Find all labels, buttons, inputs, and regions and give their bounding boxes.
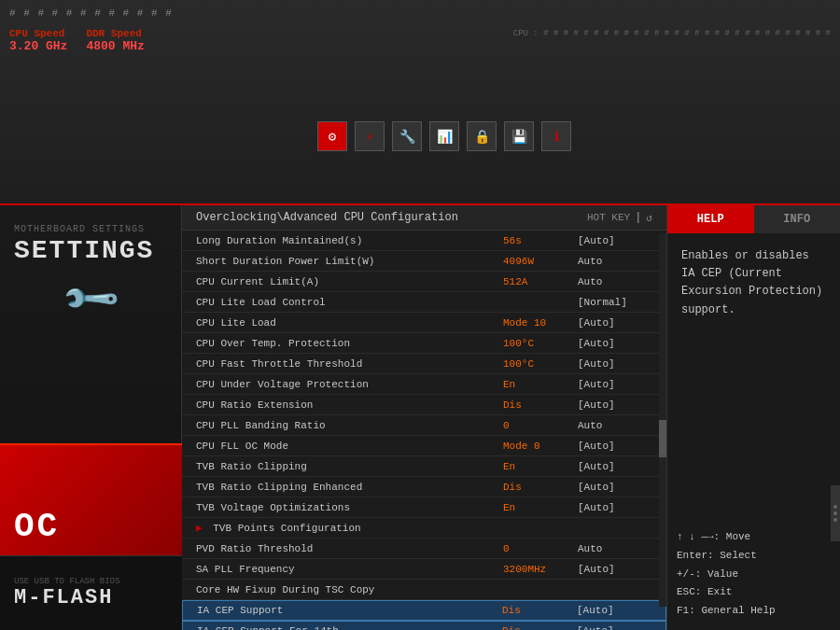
top-icon-2[interactable]: ⚡ — [355, 121, 385, 151]
setting-value-4: Mode 10 — [503, 317, 578, 329]
table-row[interactable]: TVB Voltage OptimizationsEn[Auto] — [182, 497, 666, 518]
nav-help: ↑ ↓ —→: Move Enter: Select +/-: Value ES… — [677, 528, 831, 621]
settings-table: Long Duration Maintained(s)56s[Auto]Shor… — [182, 231, 666, 630]
top-icon-5[interactable]: 🔒 — [467, 121, 497, 151]
setting-option-13: [Auto] — [578, 502, 652, 513]
breadcrumb: Overclocking\Advanced CPU Configuration — [196, 211, 458, 224]
setting-option-18: [Auto] — [577, 605, 651, 616]
setting-name-9: CPU PLL Banding Ratio — [196, 420, 503, 431]
setting-value-11: En — [503, 461, 578, 472]
top-icon-1[interactable]: ⚙ — [317, 121, 347, 151]
setting-option-1: Auto — [578, 256, 652, 267]
setting-name-17: Core HW Fixup During TSC Copy — [196, 584, 503, 595]
table-row[interactable]: CPU Under Voltage ProtectionEn[Auto] — [182, 374, 666, 395]
top-right-info: CPU : # # # # # # # # # # # # # # # # # … — [513, 28, 831, 41]
help-content: Enables or disables IA CEP (Current Excu… — [667, 233, 840, 333]
setting-option-19: [Auto] — [577, 625, 651, 630]
setting-name-11: TVB Ratio Clipping — [196, 461, 503, 472]
setting-name-10: CPU FLL OC Mode — [196, 441, 503, 452]
nav-move-key: ↑ ↓ —→: Move — [677, 528, 750, 547]
setting-option-12: [Auto] — [578, 482, 652, 493]
setting-value-15: 0 — [503, 543, 578, 554]
mflash-label: Use USB to flash BIOS — [14, 577, 168, 586]
table-row[interactable]: TVB Ratio ClippingEn[Auto] — [182, 456, 666, 477]
top-icon-6[interactable]: 💾 — [504, 121, 534, 151]
setting-name-19: IA CEP Support For 14th — [197, 625, 502, 630]
setting-value-5: 100°C — [503, 338, 578, 349]
top-icon-7[interactable]: ℹ — [541, 121, 571, 151]
setting-name-13: TVB Voltage Optimizations — [196, 502, 503, 513]
main-content: Overclocking\Advanced CPU Configuration … — [182, 205, 667, 630]
setting-value-2: 512A — [503, 276, 578, 287]
nav-help-value: +/-: Value — [677, 566, 831, 584]
top-icon-4[interactable]: 📊 — [429, 121, 459, 151]
scroll-thumb — [659, 420, 666, 457]
table-row[interactable]: CPU Lite Load Control[Normal] — [182, 292, 666, 313]
table-row[interactable]: SA PLL Frequency3200MHz[Auto] — [182, 559, 666, 580]
table-row[interactable]: Core HW Fixup During TSC Copy — [182, 580, 666, 600]
tab-dot-3 — [833, 518, 837, 522]
nav-help-f1: F1: General Help — [677, 602, 831, 621]
table-row[interactable]: CPU Ratio ExtensionDis[Auto] — [182, 395, 666, 415]
table-row[interactable]: CPU FLL OC ModeMode 0[Auto] — [182, 436, 666, 456]
setting-option-5: [Auto] — [578, 338, 652, 349]
sidebar-oc-title: OC — [14, 508, 60, 546]
wrench-icon: 🔧 — [58, 266, 123, 331]
setting-option-3: [Normal] — [578, 297, 652, 308]
table-row[interactable]: CPU Over Temp. Protection100°C[Auto] — [182, 333, 666, 354]
hotkey-area: HOT KEY | ↺ — [587, 211, 652, 224]
table-row[interactable]: PVD Ratio Threshold0Auto — [182, 539, 666, 559]
setting-name-4: CPU Lite Load — [196, 317, 503, 329]
table-row[interactable]: IA CEP SupportDis[Auto] — [182, 600, 666, 621]
sidebar-oc-section[interactable]: OC — [0, 443, 182, 555]
setting-value-0: 56s — [503, 235, 578, 246]
setting-name-15: PVD Ratio Threshold — [196, 543, 503, 554]
tab-info[interactable]: INFO — [754, 205, 841, 233]
tab-dot-2 — [833, 511, 837, 515]
tab-dot-1 — [833, 505, 837, 509]
top-icon-3[interactable]: 🔧 — [392, 121, 422, 151]
setting-option-15: Auto — [578, 543, 652, 554]
table-row[interactable]: CPU Lite LoadMode 10[Auto] — [182, 313, 666, 333]
setting-name-6: CPU Fast Throttle Threshold — [196, 358, 503, 370]
right-panel: HELP INFO Enables or disables IA CEP (Cu… — [667, 205, 840, 630]
nav-f1-key: F1: General Help — [677, 602, 776, 621]
table-row[interactable]: IA CEP Support For 14thDis[Auto] — [182, 621, 666, 630]
setting-value-10: Mode 0 — [503, 441, 578, 452]
setting-option-6: [Auto] — [578, 358, 652, 370]
nav-value-key: +/-: Value — [677, 566, 738, 584]
right-panel-tabs: HELP INFO — [667, 205, 840, 233]
setting-value-12: Dis — [503, 482, 578, 493]
setting-name-8: CPU Ratio Extension — [196, 399, 503, 411]
setting-option-8: [Auto] — [578, 399, 652, 411]
arrow-indicator: ▶ — [196, 523, 208, 534]
table-row[interactable]: CPU Fast Throttle Threshold100°C[Auto] — [182, 354, 666, 374]
cpu-speed-label: CPU Speed — [9, 28, 67, 39]
setting-value-1: 4096W — [503, 256, 578, 267]
setting-name-0: Long Duration Maintained(s) — [196, 235, 503, 246]
setting-value-19: Dis — [502, 625, 577, 630]
setting-value-7: En — [503, 379, 578, 390]
setting-value-8: Dis — [503, 399, 578, 411]
top-bar-title: # # # # # # # # # # # # — [9, 7, 173, 19]
table-row[interactable]: Short Duration Power Limit(W)4096WAuto — [182, 251, 666, 272]
sidebar-wrench-area: 🔧 — [9, 261, 173, 336]
setting-option-11: [Auto] — [578, 461, 652, 472]
ddr-speed-value: 4800 MHz — [86, 39, 144, 53]
setting-value-18: Dis — [502, 605, 577, 616]
table-row[interactable]: ▶ TVB Points Configuration — [182, 518, 666, 539]
mflash-title: M-FLASH — [14, 586, 168, 609]
table-row[interactable]: CPU PLL Banding Ratio0Auto — [182, 415, 666, 436]
scroll-track[interactable] — [659, 233, 666, 607]
hotkey-refresh[interactable]: ↺ — [646, 212, 652, 224]
table-row[interactable]: CPU Current Limit(A)512AAuto — [182, 272, 666, 292]
setting-option-0: [Auto] — [578, 235, 652, 246]
setting-name-12: TVB Ratio Clipping Enhanced — [196, 482, 503, 493]
sidebar-mflash-section[interactable]: Use USB to flash BIOS M-FLASH — [0, 555, 182, 630]
sidebar-settings-label: Motherboard settings — [14, 224, 167, 234]
table-row[interactable]: Long Duration Maintained(s)56s[Auto] — [182, 231, 666, 251]
tab-help[interactable]: HELP — [667, 205, 754, 233]
setting-name-1: Short Duration Power Limit(W) — [196, 256, 503, 267]
table-row[interactable]: TVB Ratio Clipping EnhancedDis[Auto] — [182, 477, 666, 497]
setting-name-7: CPU Under Voltage Protection — [196, 379, 503, 390]
